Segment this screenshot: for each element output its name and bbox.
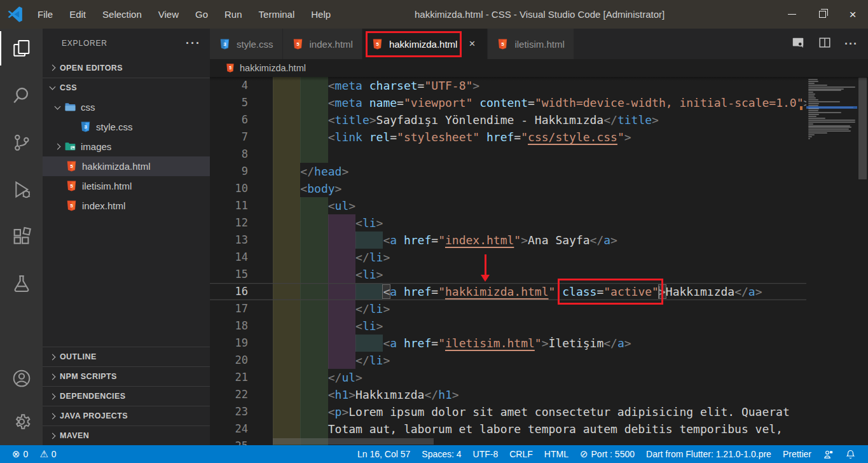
- code-line-14[interactable]: 14 </li>: [210, 249, 806, 266]
- code-line-24[interactable]: 24 Totam aut, laborum et labore tempora …: [210, 420, 806, 438]
- activity-settings[interactable]: [0, 402, 43, 441]
- tab-main: 5iletisim.html: [497, 38, 564, 50]
- more-actions-icon[interactable]: ···: [844, 38, 858, 51]
- code-token: Ana Sayfa: [528, 233, 590, 247]
- minimize-button[interactable]: [776, 0, 807, 29]
- code-line-10[interactable]: 10 <body>: [210, 180, 806, 197]
- status-indentation[interactable]: Spaces: 4: [416, 449, 467, 459]
- activity-testing[interactable]: [0, 264, 43, 303]
- code-line-7[interactable]: 7 <link rel="stylesheet" href="css/style…: [210, 128, 806, 146]
- menu-view[interactable]: View: [150, 0, 187, 29]
- status-eol[interactable]: CRLF: [504, 449, 539, 459]
- code-line-5[interactable]: 5 <meta name="viewport" content="width=d…: [210, 94, 806, 111]
- activity-search[interactable]: [0, 76, 43, 115]
- status-errors[interactable]: ⊗0: [6, 448, 34, 460]
- restore-button[interactable]: [807, 0, 837, 29]
- status-encoding[interactable]: UTF-8: [467, 449, 504, 459]
- status-dart-version[interactable]: Dart from Flutter: 1.21.0-1.0.pre: [640, 449, 777, 459]
- tree-item-index-html[interactable]: 5index.html: [43, 196, 210, 216]
- status-warnings[interactable]: ⚠0: [34, 448, 62, 460]
- code-token: link: [335, 130, 362, 144]
- code-token: </: [300, 165, 314, 178]
- tree-item-iletisim-html[interactable]: 5iletisim.html: [43, 176, 210, 196]
- section-maven[interactable]: MAVEN: [43, 425, 210, 445]
- code-token: Sayfadışı Yönlendime - Hakkımızda: [376, 113, 604, 127]
- code-line-9[interactable]: 9 </head>: [210, 163, 806, 180]
- open-editors-section[interactable]: OPEN EDITORS: [43, 58, 210, 78]
- code-line-11[interactable]: 11 <ul>: [210, 197, 806, 214]
- status-notifications[interactable]: [839, 449, 862, 460]
- minimap[interactable]: [806, 77, 857, 445]
- file-tree: css3style.cssimages5hakkimizda.html5ilet…: [43, 97, 210, 216]
- code-line-18[interactable]: 18 <li>: [210, 317, 806, 335]
- code-editor[interactable]: 4 <meta charset="UTF-8">5 <meta name="vi…: [210, 77, 868, 445]
- chevron-right-icon: [55, 144, 61, 150]
- tree-item-images[interactable]: images: [43, 137, 210, 156]
- more-actions-icon[interactable]: ···: [186, 37, 201, 50]
- status-live-server-port[interactable]: ⊘Port : 5500: [574, 448, 640, 460]
- section-java-projects[interactable]: JAVA PROJECTS: [43, 406, 210, 425]
- indent-spaces: [273, 113, 328, 127]
- activity-source-control[interactable]: [0, 123, 43, 162]
- tab-index-html[interactable]: 5index.html: [283, 29, 362, 59]
- status-cursor-position[interactable]: Ln 16, Col 57: [352, 449, 416, 459]
- activity-explorer[interactable]: [0, 29, 43, 68]
- line-number: 13: [210, 232, 248, 249]
- code-line-23[interactable]: 23 <p>Lorem ipsum dolor sit amet consect…: [210, 403, 806, 420]
- code-line-20[interactable]: 20 </li>: [210, 352, 806, 369]
- code-line-16[interactable]: 16 <a href="hakkimizda.html" class="acti…: [210, 283, 806, 300]
- code-token: href: [404, 285, 431, 298]
- code-line-19[interactable]: 19 <a href="iletisim.html">İletişim</a>: [210, 335, 806, 352]
- close-icon[interactable]: ×: [465, 38, 478, 50]
- workspace-root[interactable]: CSS: [43, 78, 210, 97]
- minimap-line: [808, 116, 816, 117]
- code-line-21[interactable]: 21 </ul>: [210, 369, 806, 386]
- close-button[interactable]: ×: [837, 0, 868, 29]
- menu-run[interactable]: Run: [216, 0, 251, 29]
- activity-run-and-debug[interactable]: [0, 170, 43, 209]
- code-line-13[interactable]: 13 <a href="index.html">Ana Sayfa</a>: [210, 232, 806, 249]
- code-token: "width=device-width, initial-scale=1.0": [535, 96, 804, 109]
- menu-terminal[interactable]: Terminal: [251, 0, 303, 29]
- menu-selection[interactable]: Selection: [94, 0, 150, 29]
- status-feedback[interactable]: [817, 449, 839, 460]
- vscode-logo-icon: [0, 6, 29, 23]
- code-line-4[interactable]: 4 <meta charset="UTF-8">: [210, 77, 806, 94]
- activity-extensions[interactable]: [0, 217, 43, 256]
- tab-iletisim-html[interactable]: 5iletisim.html: [488, 29, 574, 59]
- html-file-icon: 5: [65, 200, 78, 212]
- open-preview-icon[interactable]: [791, 36, 805, 52]
- tab-hakkimizda-html[interactable]: 5hakkimizda.html×: [362, 29, 488, 59]
- vertical-scrollbar[interactable]: [857, 77, 868, 445]
- code-token: <: [383, 233, 390, 247]
- code-token: rel: [369, 130, 390, 144]
- section-npm-scripts[interactable]: NPM SCRIPTS: [43, 366, 210, 386]
- code-token: >: [348, 199, 355, 212]
- tree-item-hakkimizda-html[interactable]: 5hakkimizda.html: [43, 156, 210, 176]
- status-language-mode[interactable]: HTML: [539, 449, 574, 459]
- code-line-17[interactable]: 17 </li>: [210, 300, 806, 317]
- folder-blue-icon: [64, 101, 76, 113]
- code-line-12[interactable]: 12 <li>: [210, 214, 806, 232]
- breadcrumb[interactable]: 5 hakkimizda.html: [210, 59, 868, 77]
- code-token: >: [369, 113, 376, 127]
- tree-item-css[interactable]: css: [43, 97, 210, 117]
- code-line-22[interactable]: 22 <h1>Hakkımızda</h1>: [210, 386, 806, 403]
- menu-help[interactable]: Help: [303, 0, 339, 29]
- split-editor-icon[interactable]: [818, 36, 832, 52]
- tree-item-style-css[interactable]: 3style.css: [43, 117, 210, 137]
- horizontal-scrollbar-slider[interactable]: [273, 438, 434, 445]
- status-formatter[interactable]: Prettier: [777, 449, 817, 459]
- section-outline[interactable]: OUTLINE: [43, 347, 210, 366]
- code-line-8[interactable]: 8: [210, 146, 806, 163]
- activity-accounts[interactable]: [0, 359, 43, 398]
- menu-edit[interactable]: Edit: [61, 0, 94, 29]
- code-line-6[interactable]: 6 <title>Sayfadışı Yönlendime - Hakkımız…: [210, 111, 806, 128]
- code-line-15[interactable]: 15 <li>: [210, 266, 806, 283]
- tab-style-css[interactable]: 3style.css: [210, 29, 283, 59]
- section-dependencies[interactable]: DEPENDENCIES: [43, 386, 210, 406]
- menu-file[interactable]: File: [29, 0, 61, 29]
- menu-go[interactable]: Go: [187, 0, 216, 29]
- vertical-scrollbar-slider[interactable]: [858, 78, 867, 179]
- minimap-line: [808, 128, 849, 130]
